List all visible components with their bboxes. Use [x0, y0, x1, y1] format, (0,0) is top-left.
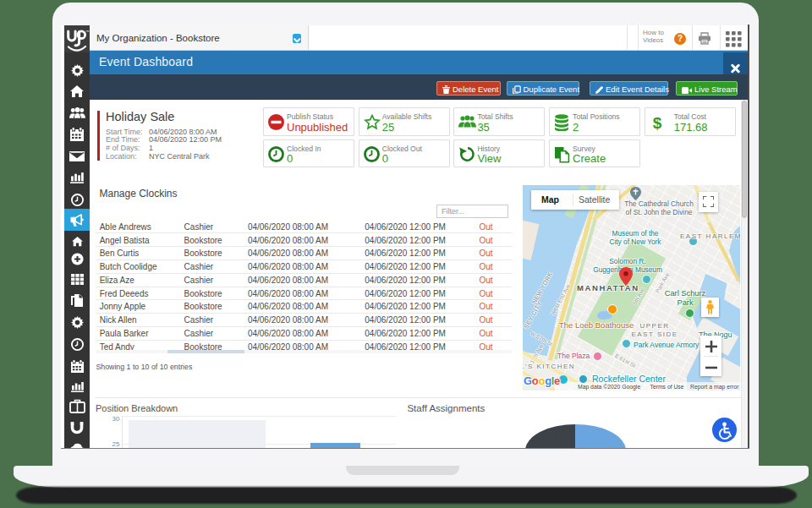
svg-text:™: ™: [85, 30, 90, 34]
